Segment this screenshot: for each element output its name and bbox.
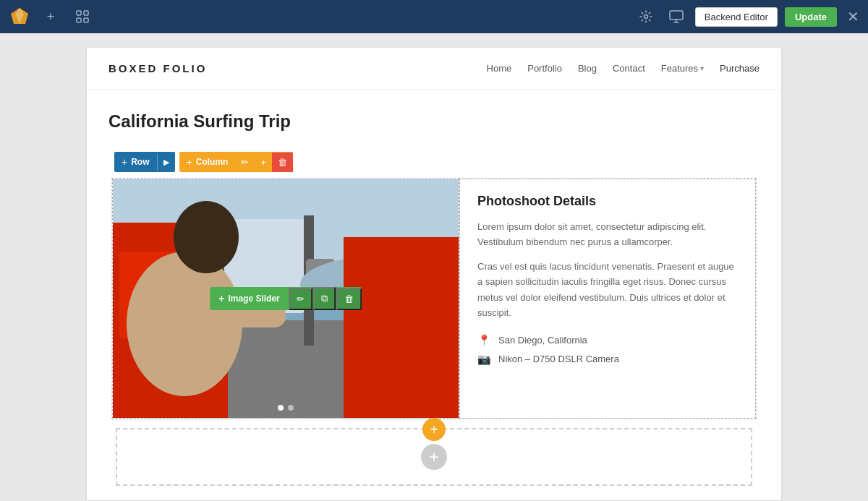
row-toolbar-wrap: + Row ▶ + Column ✏ + 🗑 [109,149,760,419]
image-slider-toolbar: + Image Slider ✏ ⧉ 🗑 [210,287,362,310]
plus-icon-slider: + [218,293,224,304]
nav-portfolio[interactable]: Portfolio [527,63,562,74]
image-slider: + Image Slider ✏ ⧉ 🗑 [113,179,459,418]
page-wrapper: BOXED FOLIO Home Portfolio Blog Contact … [0,33,868,501]
nav-purchase[interactable]: Purchase [720,63,760,74]
plus-icon-col: + [187,156,192,168]
site-logo-icon [9,6,30,27]
svg-point-8 [644,15,647,19]
copy-slider-button[interactable]: ⧉ [313,287,336,310]
grid-button[interactable] [71,5,94,28]
svg-rect-9 [670,11,683,20]
section-paragraph-1: Lorem ipsum dolor sit amet, consectetur … [477,219,738,250]
section-title: Photoshoot Details [477,194,738,209]
add-element-button[interactable]: + [39,5,62,28]
add-col-button[interactable]: + [255,153,272,172]
delete-slider-button[interactable]: 🗑 [336,288,362,310]
site-box: BOXED FOLIO Home Portfolio Blog Contact … [87,48,781,500]
add-row-area: + + [116,428,752,486]
nav-contact[interactable]: Contact [613,63,645,74]
toolbar-row: + Row ▶ + Column ✏ + 🗑 [109,149,760,175]
nav-blog[interactable]: Blog [578,63,597,74]
nav-features[interactable]: Features ▾ [661,63,704,74]
chevron-down-icon: ▾ [700,64,704,72]
delete-column-button[interactable]: 🗑 [272,153,293,172]
col-toolbar: + Column ✏ + 🗑 [179,152,293,172]
add-element-gray-button[interactable]: + [421,444,447,470]
two-col-layout: + Image Slider ✏ ⧉ 🗑 Photoshoot Details [111,178,757,419]
edit-slider-button[interactable]: ✏ [289,288,312,310]
svg-rect-5 [84,11,88,15]
location-icon: 📍 [477,334,491,347]
section-meta: 📍 San Diego, California 📷 Nikon – D750 D… [477,334,738,366]
svg-rect-7 [84,18,88,22]
section-paragraph-2: Cras vel est quis lacus tincidunt venena… [477,259,738,321]
add-row-button[interactable]: + Row [114,152,157,172]
svg-rect-23 [344,237,459,418]
meta-camera: 📷 Nikon – D750 DSLR Camera [477,353,738,366]
settings-button[interactable] [634,5,658,28]
nav-home[interactable]: Home [487,63,512,74]
admin-bar: + Backend Editor Update ✕ [0,0,868,33]
site-nav: BOXED FOLIO Home Portfolio Blog Contact … [87,48,781,90]
page-content: California Surfing Trip + Row ▶ [87,90,781,500]
meta-location: 📍 San Diego, California [477,334,738,347]
edit-column-button[interactable]: ✏ [235,153,255,172]
add-column-button[interactable]: + Column [179,152,236,172]
add-row-orange-button[interactable]: + [422,418,446,441]
admin-bar-right: Backend Editor Update ✕ [634,5,859,28]
row-arrow-icon: ▶ [158,153,175,171]
plus-icon: + [122,156,127,168]
col-right: Photoshoot Details Lorem ipsum dolor sit… [459,179,756,419]
svg-rect-4 [77,11,81,15]
svg-rect-6 [77,18,81,22]
close-button[interactable]: ✕ [847,8,859,25]
svg-point-20 [174,201,239,273]
monitor-button[interactable] [665,5,688,28]
slider-dots [278,405,294,411]
slider-dot-1[interactable] [278,405,284,411]
site-logo: BOXED FOLIO [109,62,487,74]
page-title: California Surfing Trip [109,111,760,132]
row-toolbar: + Row ▶ [114,152,175,172]
update-button[interactable]: Update [785,7,837,27]
nav-links: Home Portfolio Blog Contact Features ▾ P… [487,63,760,74]
col-left: + Image Slider ✏ ⧉ 🗑 [112,179,459,419]
camera-icon: 📷 [477,353,491,366]
add-row-top: + [422,418,446,441]
backend-editor-button[interactable]: Backend Editor [695,7,778,27]
slider-dot-2[interactable] [288,405,294,411]
